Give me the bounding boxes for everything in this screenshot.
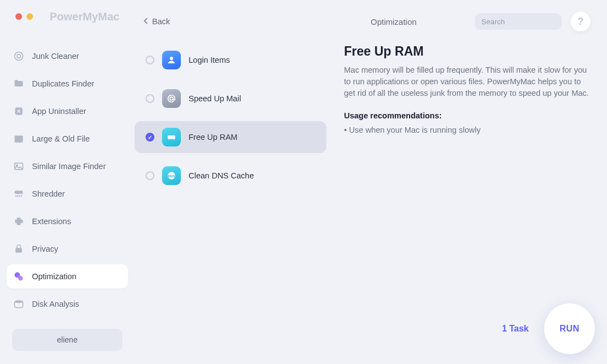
svg-rect-4: [15, 135, 23, 137]
task-item-free-up-ram[interactable]: Free Up RAM: [135, 121, 326, 153]
radio-checked-icon[interactable]: [146, 133, 154, 142]
sidebar-item-duplicates-finder[interactable]: Duplicates Finder: [7, 72, 128, 96]
svg-point-8: [22, 220, 23, 222]
sidebar-item-label: Large & Old File: [32, 134, 90, 143]
task-label: Clean DNS Cache: [189, 171, 254, 180]
radio-unchecked-icon[interactable]: [146, 56, 154, 64]
svg-point-0: [15, 52, 23, 61]
disk-icon: [13, 298, 24, 309]
image-icon: [13, 161, 24, 172]
help-icon: ?: [578, 16, 584, 28]
task-item-speed-up-mail[interactable]: Speed Up Mail: [135, 83, 326, 115]
sidebar-nav: Junk Cleaner Duplicates Finder App Unins…: [0, 44, 135, 322]
svg-point-15: [170, 97, 173, 100]
minimize-window-icon[interactable]: [26, 13, 33, 20]
help-button[interactable]: ?: [571, 12, 590, 31]
sidebar-item-extensions[interactable]: Extensions: [7, 209, 128, 233]
sidebar-item-junk-cleaner[interactable]: Junk Cleaner: [7, 44, 128, 68]
task-label: Login Items: [189, 56, 230, 64]
detail-description: Mac memory will be filled up frequently.…: [344, 64, 590, 99]
sidebar-item-label: Similar Image Finder: [32, 162, 106, 171]
window-controls[interactable]: [0, 9, 33, 24]
sidebar-item-label: Extensions: [32, 217, 71, 226]
run-label: RUN: [560, 324, 579, 334]
at-app-icon: [162, 89, 181, 108]
close-window-icon[interactable]: [15, 13, 22, 20]
task-item-login-items[interactable]: Login Items: [135, 44, 326, 76]
radio-unchecked-icon[interactable]: [146, 94, 154, 103]
detail-title: Free Up RAM: [344, 44, 590, 59]
search-input[interactable]: [481, 18, 574, 26]
sidebar-item-privacy[interactable]: Privacy: [7, 237, 128, 261]
section-title: Optimization: [370, 17, 416, 26]
shredder-icon: [13, 188, 24, 199]
task-list: Login Items Speed Up Mail Free Up RAM: [135, 44, 333, 364]
run-button[interactable]: RUN: [544, 303, 595, 354]
svg-point-11: [18, 276, 23, 280]
svg-rect-3: [15, 137, 23, 143]
sidebar-item-shredder[interactable]: Shredder: [7, 182, 128, 206]
ram-app-icon: [162, 128, 181, 146]
detail-recommend-heading: Usage recommendations:: [344, 111, 590, 120]
puzzle-icon: [13, 216, 24, 227]
radio-unchecked-icon[interactable]: [146, 171, 154, 180]
sidebar-item-label: Disk Analysis: [32, 300, 79, 308]
user-name-label: eliene: [57, 335, 77, 344]
sidebar-item-optimization[interactable]: Optimization: [7, 264, 128, 289]
sidebar-item-large-old-file[interactable]: Large & Old File: [7, 127, 128, 151]
task-label: Speed Up Mail: [189, 94, 241, 103]
sparkle-icon: [13, 271, 24, 282]
app-title: PowerMyMac: [50, 10, 120, 23]
svg-point-1: [17, 55, 21, 58]
lock-icon: [13, 243, 24, 254]
svg-point-12: [15, 300, 23, 303]
box-icon: [13, 133, 24, 144]
task-label: Free Up RAM: [189, 133, 238, 142]
svg-point-14: [170, 57, 173, 60]
back-label: Back: [152, 17, 170, 26]
sidebar-item-label: App Uninstaller: [32, 107, 86, 116]
sidebar-item-app-uninstaller[interactable]: App Uninstaller: [7, 99, 128, 123]
svg-rect-7: [15, 191, 23, 194]
sidebar-item-label: Optimization: [32, 272, 77, 281]
user-app-icon: [162, 51, 181, 69]
sidebar-item-label: Junk Cleaner: [32, 52, 79, 61]
task-count-label: 1 Task: [502, 324, 529, 334]
detail-recommend-item: • Use when your Mac is running slowly: [344, 126, 590, 134]
sidebar-item-disk-analysis[interactable]: Disk Analysis: [7, 292, 128, 316]
back-button[interactable]: Back: [139, 15, 174, 29]
svg-rect-9: [15, 248, 22, 252]
search-box[interactable]: [475, 13, 562, 30]
sidebar-item-similar-image-finder[interactable]: Similar Image Finder: [7, 154, 128, 178]
sidebar-item-label: Privacy: [32, 245, 58, 253]
dns-app-icon: DNS: [162, 166, 181, 185]
chevron-left-icon: [143, 17, 149, 26]
svg-rect-16: [168, 135, 175, 139]
svg-text:DNS: DNS: [168, 175, 175, 178]
sidebar-item-label: Duplicates Finder: [32, 79, 94, 88]
sidebar-item-label: Shredder: [32, 189, 65, 198]
folder-icon: [13, 78, 24, 89]
user-account-button[interactable]: eliene: [12, 329, 122, 351]
target-icon: [13, 51, 24, 62]
task-item-clean-dns-cache[interactable]: DNS Clean DNS Cache: [135, 160, 326, 192]
app-icon: [13, 106, 24, 117]
